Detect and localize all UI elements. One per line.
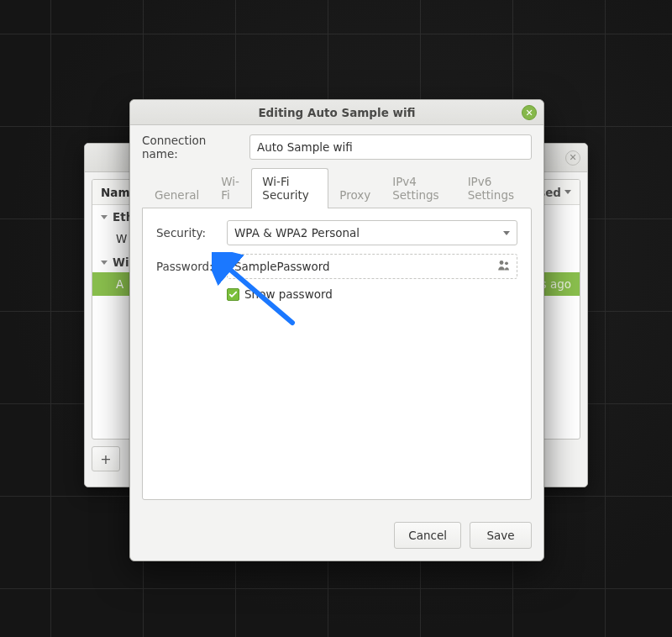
close-icon[interactable]: ✕	[565, 150, 580, 166]
security-value: WPA & WPA2 Personal	[234, 226, 360, 240]
cancel-button[interactable]: Cancel	[394, 522, 461, 549]
dialog-title: Editing Auto Sample wifi	[258, 106, 415, 119]
close-icon[interactable]: ✕	[522, 105, 537, 120]
list-item-name: A	[116, 277, 123, 291]
tab-wifi-security[interactable]: Wi-Fi Security	[251, 168, 328, 208]
tab-strip: General Wi-Fi Wi-Fi Security Proxy IPv4 …	[142, 167, 532, 208]
password-input[interactable]	[227, 254, 517, 279]
chevron-down-icon	[503, 231, 510, 235]
show-password-row: Show password	[227, 287, 517, 301]
list-item-name: W	[116, 232, 127, 245]
security-row: Security: WPA & WPA2 Personal	[156, 220, 517, 245]
connection-name-input[interactable]	[249, 134, 532, 160]
show-password-checkbox[interactable]	[227, 288, 239, 301]
chevron-down-icon	[101, 261, 108, 265]
dialog-button-row: Cancel Save	[130, 512, 543, 561]
plus-icon: +	[100, 451, 111, 467]
sort-indicator-icon	[564, 190, 571, 194]
security-label: Security:	[156, 226, 218, 240]
password-label: Password:	[156, 260, 218, 273]
svg-point-0	[500, 261, 504, 265]
tab-proxy[interactable]: Proxy	[328, 182, 381, 208]
tab-ipv6[interactable]: IPv6 Settings	[457, 168, 532, 208]
password-row: Password:	[156, 254, 517, 279]
svg-point-1	[505, 261, 508, 265]
tab-ipv4[interactable]: IPv4 Settings	[381, 168, 456, 208]
dialog-body: Connection name: General Wi-Fi Wi-Fi Sec…	[130, 125, 543, 512]
chevron-down-icon	[101, 215, 108, 219]
tab-panel-wifi-security: Security: WPA & WPA2 Personal Password:	[142, 208, 532, 500]
check-icon	[228, 290, 238, 299]
security-select[interactable]: WPA & WPA2 Personal	[227, 220, 517, 245]
show-password-label: Show password	[244, 287, 333, 301]
add-connection-button[interactable]: +	[92, 446, 120, 471]
column-last-used[interactable]: sed	[538, 186, 580, 199]
dialog-titlebar[interactable]: Editing Auto Sample wifi ✕	[130, 100, 543, 125]
tab-general[interactable]: General	[144, 182, 210, 208]
connection-name-row: Connection name:	[142, 134, 532, 161]
save-button[interactable]: Save	[470, 522, 532, 549]
connection-name-label: Connection name:	[142, 134, 241, 161]
tab-wifi[interactable]: Wi-Fi	[210, 168, 251, 208]
edit-connection-dialog: Editing Auto Sample wifi ✕ Connection na…	[129, 99, 544, 561]
password-storage-icon[interactable]	[497, 260, 511, 274]
cancel-button-label: Cancel	[408, 529, 447, 542]
save-button-label: Save	[486, 529, 514, 542]
